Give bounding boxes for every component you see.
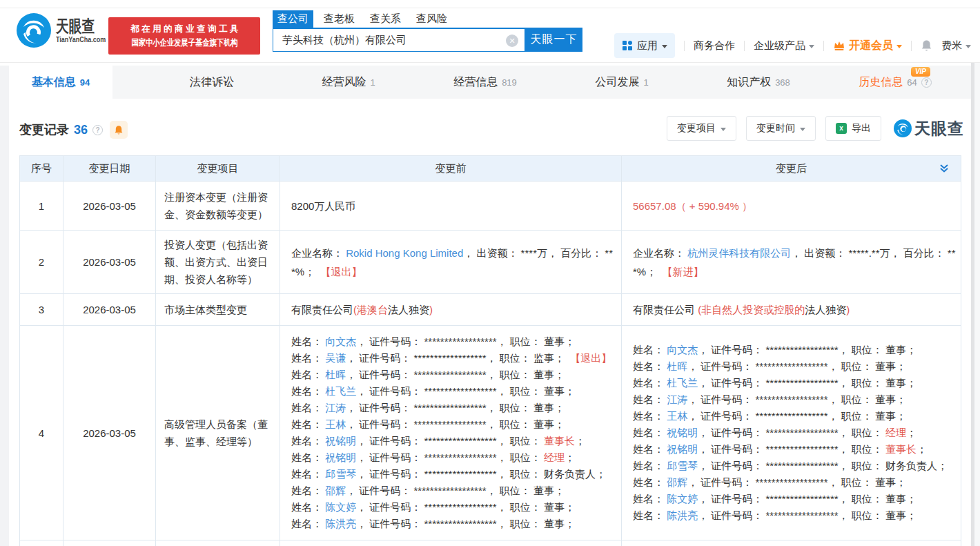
notifications-bell[interactable] bbox=[921, 39, 932, 52]
user-menu[interactable]: 费米 bbox=[941, 39, 971, 52]
entity-link[interactable]: 王林 bbox=[325, 418, 346, 430]
search-input[interactable]: 芋头科技（杭州）有限公司 ✕ bbox=[273, 28, 525, 52]
cell-text: ****************** bbox=[756, 476, 828, 488]
biz-cooperation-link[interactable]: 商务合作 bbox=[694, 39, 735, 52]
entity-link[interactable]: 向文杰 bbox=[667, 344, 698, 355]
entity-link[interactable]: 祝铭明 bbox=[667, 427, 698, 438]
tab-count: 94 bbox=[80, 77, 90, 88]
entity-link[interactable]: 向文杰 bbox=[325, 335, 356, 347]
entity-link[interactable]: 江涛 bbox=[325, 402, 346, 413]
cell-after: 姓名： 向文杰， 证件号码： ******************， 职位： 董… bbox=[622, 326, 961, 540]
help-icon[interactable]: ? bbox=[92, 125, 103, 135]
cell-text: ， 职位： bbox=[497, 435, 544, 447]
entity-link[interactable]: 邱雪琴 bbox=[325, 468, 356, 480]
tab-history[interactable]: 历史信息64?VIP bbox=[827, 66, 963, 99]
cell-text: ， 证件号码： bbox=[687, 393, 755, 405]
entity-link[interactable]: 邵辉 bbox=[325, 485, 346, 496]
cell-text: 有限责任公司 bbox=[291, 304, 353, 315]
entity-link[interactable]: 杭州灵伴科技有限公司 bbox=[687, 247, 791, 259]
section-header: 变更记录 36 ? 变更项目 变更时间 x bbox=[9, 99, 971, 155]
cell-text: ， 证件号码： bbox=[687, 476, 755, 488]
entity-link[interactable]: 王林 bbox=[667, 410, 687, 422]
tab-development[interactable]: 公司发展1 bbox=[553, 66, 690, 99]
cell-text: ； bbox=[896, 476, 906, 488]
clear-icon[interactable]: ✕ bbox=[506, 35, 518, 47]
search-tab-relation[interactable]: 查关系 bbox=[365, 10, 406, 28]
entity-link[interactable]: 陈洪亮 bbox=[667, 509, 698, 521]
cell-text: 董事长 bbox=[885, 443, 917, 455]
person-line: 姓名： 王林， 证件号码： ******************， 职位： 董事… bbox=[633, 408, 950, 425]
search-area: 查公司查老板查关系查风险 芋头科技（杭州）有限公司 ✕ 天眼一下 bbox=[273, 10, 582, 52]
entity-link[interactable]: 祝铭明 bbox=[667, 443, 698, 455]
cell-text: ， 职位： bbox=[497, 335, 544, 347]
entity-link[interactable]: 邵辉 bbox=[667, 476, 687, 488]
entity-link[interactable]: 邱雪琴 bbox=[667, 460, 698, 471]
search-tab-risk[interactable]: 查风险 bbox=[411, 10, 452, 28]
banner-line2: 国家中小企业发展子基金旗下机构 bbox=[131, 36, 237, 50]
entity-link[interactable]: 陈文婷 bbox=[325, 501, 356, 513]
cell-text: *%； bbox=[291, 266, 321, 277]
scrollbar-thumb[interactable] bbox=[971, 63, 974, 546]
scrollbar-track bbox=[974, 63, 980, 546]
search-button[interactable]: 天眼一下 bbox=[525, 28, 582, 52]
cell-text: ****************** bbox=[766, 493, 839, 505]
entity-link[interactable]: 陈洪亮 bbox=[325, 518, 356, 529]
open-vip-link[interactable]: 开通会员 bbox=[833, 39, 902, 53]
tianyancha-logo[interactable]: 天眼查 TianYanCha.com bbox=[17, 13, 111, 48]
tab-legal[interactable]: 法律诉讼 bbox=[144, 66, 280, 99]
search-tab-boss[interactable]: 查老板 bbox=[319, 10, 360, 28]
cell-text: 【退出】 bbox=[570, 352, 611, 364]
entity-link[interactable]: 江涛 bbox=[667, 393, 687, 405]
section-title: 变更记录 bbox=[19, 121, 69, 138]
table-row: 42026-03-05高级管理人员备案（董事、监事、经理等）姓名： 向文杰， 证… bbox=[20, 326, 961, 540]
table-header-row: 序号 变更日期 变更项目 变更前 变更后 bbox=[20, 156, 961, 182]
tab-operation-info[interactable]: 经营信息819 bbox=[417, 66, 553, 99]
cell-text: ****************** bbox=[756, 393, 828, 405]
tab-basic-info[interactable]: 基本信息94 bbox=[9, 66, 112, 99]
vip-crown-icon bbox=[833, 39, 845, 52]
export-button[interactable]: x 导出 bbox=[825, 116, 881, 141]
entity-link[interactable]: 杜晖 bbox=[667, 360, 687, 372]
cell-text: *%； bbox=[633, 266, 663, 277]
help-icon[interactable]: ? bbox=[921, 77, 932, 88]
apps-label: 应用 bbox=[637, 39, 658, 52]
entity-link[interactable]: 吴谦 bbox=[325, 352, 346, 364]
entity-link[interactable]: Rokid Hong Kong Limited bbox=[346, 247, 463, 259]
cell-text: ； bbox=[554, 352, 565, 364]
collapse-all-icon[interactable] bbox=[939, 163, 950, 176]
tab-operation-risk[interactable]: 经营风险1 bbox=[280, 66, 417, 99]
cell-empty bbox=[622, 540, 961, 546]
filter-change-item-button[interactable]: 变更项目 bbox=[667, 116, 736, 141]
col-date: 变更日期 bbox=[63, 156, 156, 182]
cell-text: ； bbox=[906, 493, 917, 505]
tab-ip[interactable]: 知识产权368 bbox=[690, 66, 827, 99]
cell-seq: 1 bbox=[20, 182, 63, 231]
apps-menu[interactable]: 应用 bbox=[614, 33, 675, 58]
entity-link[interactable]: 祝铭明 bbox=[325, 435, 356, 447]
cell-text: 姓名： bbox=[291, 468, 325, 480]
cell-text: 姓名： bbox=[633, 360, 667, 372]
enterprise-product-menu[interactable]: 企业级产品 bbox=[754, 39, 814, 52]
col-before: 变更前 bbox=[280, 156, 622, 182]
cell-text: 姓名： bbox=[633, 377, 667, 389]
cell-text: 企业名称： bbox=[291, 247, 346, 259]
entity-link[interactable]: 陈文婷 bbox=[667, 493, 698, 505]
section-count: 36 bbox=[74, 123, 88, 137]
cell-text: ****************** bbox=[424, 501, 497, 513]
cell-text: 姓名： bbox=[291, 485, 325, 496]
search-tab-company[interactable]: 查公司 bbox=[273, 10, 313, 28]
cell-before: 企业名称： Rokid Hong Kong Limited， 出资额： ****… bbox=[280, 231, 622, 294]
entity-link[interactable]: 杜晖 bbox=[325, 369, 346, 380]
cell-text: ， 职位： bbox=[497, 518, 544, 529]
cell-text: 姓名： bbox=[633, 443, 667, 455]
cell-text: ； bbox=[554, 402, 565, 413]
monitor-bell-button[interactable] bbox=[110, 121, 128, 139]
entity-link[interactable]: 杜飞兰 bbox=[667, 377, 698, 389]
entity-link[interactable]: 杜飞兰 bbox=[325, 385, 356, 397]
filter-change-time-button[interactable]: 变更时间 bbox=[746, 116, 816, 141]
tab-label: 知识产权 bbox=[727, 75, 771, 90]
cell-text: ****************** bbox=[766, 427, 839, 438]
table-row: 12026-03-05注册资本变更（注册资金、资金数额等变更）8200万人民币5… bbox=[20, 182, 961, 231]
entity-link[interactable]: 祝铭明 bbox=[325, 451, 356, 463]
col-after: 变更后 bbox=[622, 156, 961, 182]
